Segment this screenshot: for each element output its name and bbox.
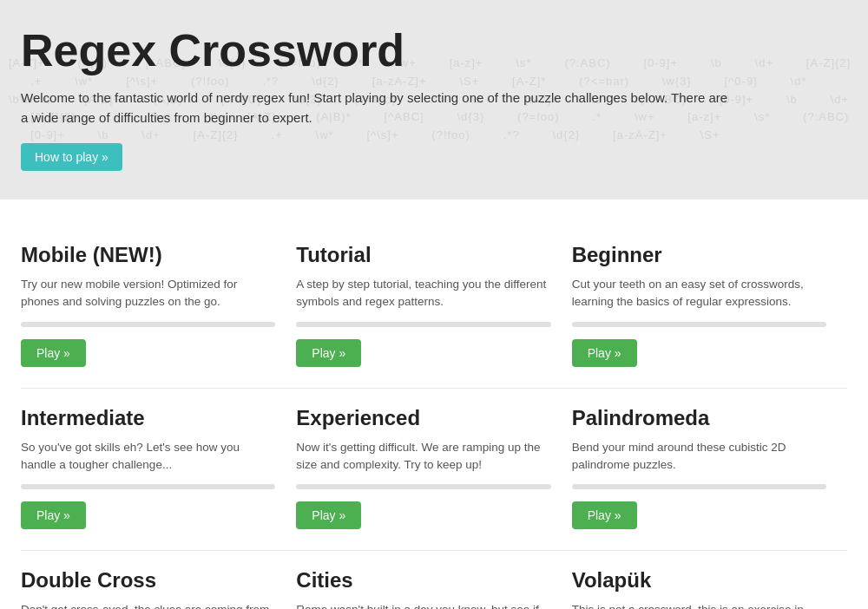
play-button-mobile[interactable]: Play » [21,339,86,367]
header: [A-Z]+ (A|B)* [^ABC] \d{3} (?=foo) .* \w… [0,0,868,200]
card-description-experienced: Now it's getting difficult. We are rampi… [296,439,550,475]
progress-bar-mobile [21,322,275,327]
card-description-beginner: Cut your teeth on an easy set of crosswo… [572,276,826,311]
card-title-palindromeda: Palindromeda [572,406,826,430]
play-button-experienced[interactable]: Play » [296,501,361,529]
progress-bar-palindromeda [572,484,826,489]
card-title-double-cross: Double Cross [21,568,275,593]
card-intermediate: Intermediate So you've got skills eh? Le… [21,388,296,551]
card-double-cross: Double Cross Don't get cross-eyed, the c… [21,550,296,609]
progress-bar-experienced [296,484,550,489]
progress-bar-tutorial [296,322,550,327]
card-experienced: Experienced Now it's getting difficult. … [296,388,571,551]
card-title-cities: Cities [296,568,550,593]
card-title-beginner: Beginner [572,243,826,267]
card-description-tutorial: A step by step tutorial, teaching you th… [296,276,550,311]
card-cities: Cities Rome wasn't built in a day you kn… [296,550,571,609]
play-button-tutorial[interactable]: Play » [296,339,361,367]
play-button-beginner[interactable]: Play » [572,339,637,367]
card-title-mobile: Mobile (NEW!) [21,243,275,267]
card-mobile: Mobile (NEW!) Try our new mobile version… [21,226,296,388]
card-title-tutorial: Tutorial [296,243,550,267]
card-description-double-cross: Don't get cross-eyed, the clues are comi… [21,601,275,609]
progress-bar-beginner [572,322,826,327]
play-button-intermediate[interactable]: Play » [21,501,86,529]
header-description: Welcome to the fantastic world of nerdy … [21,88,733,128]
card-description-cities: Rome wasn't built in a day you know, but… [296,601,550,609]
progress-bar-intermediate [21,484,275,489]
puzzle-grid: Mobile (NEW!) Try our new mobile version… [21,226,847,609]
card-beginner: Beginner Cut your teeth on an easy set o… [572,226,847,388]
card-title-intermediate: Intermediate [21,406,275,430]
how-to-play-button[interactable]: How to play » [21,143,122,171]
card-title-experienced: Experienced [296,406,550,430]
main-content: Mobile (NEW!) Try our new mobile version… [0,200,868,609]
page-title: Regex Crossword [21,24,847,76]
card-description-mobile: Try our new mobile version! Optimized fo… [21,276,275,311]
card-description-intermediate: So you've got skills eh? Let's see how y… [21,439,275,475]
card-volapuk: Volapük This is not a crossword, this is… [572,550,847,609]
card-description-volapuk: This is not a crossword, this is an exer… [572,601,826,609]
card-title-volapuk: Volapük [572,568,826,593]
card-palindromeda: Palindromeda Bend your mind around these… [572,388,847,551]
card-description-palindromeda: Bend your mind around these cubistic 2D … [572,439,826,475]
play-button-palindromeda[interactable]: Play » [572,501,637,529]
card-tutorial: Tutorial A step by step tutorial, teachi… [296,226,571,388]
